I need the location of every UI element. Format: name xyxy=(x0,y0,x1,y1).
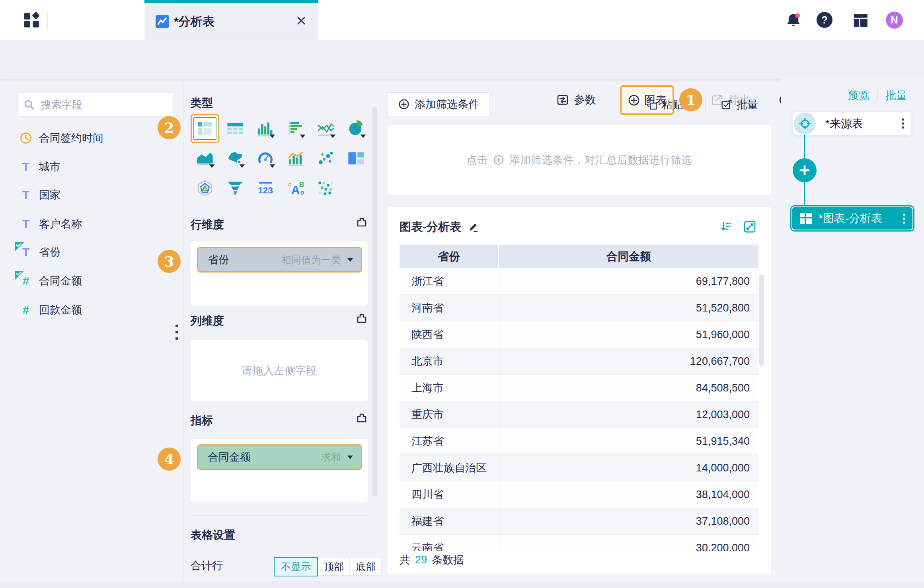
field-item-city[interactable]: T 城市 xyxy=(19,158,60,175)
total-row-option-bottom[interactable]: 底部 xyxy=(350,558,382,576)
edit-pencil-icon[interactable] xyxy=(468,222,479,233)
sort-descending-icon[interactable] xyxy=(720,220,733,235)
bottom-scroll-strip[interactable] xyxy=(0,582,924,588)
field-item-country[interactable]: T 国家 xyxy=(19,186,60,204)
layout-panel-icon[interactable] xyxy=(853,12,869,28)
field-label: 城市 xyxy=(39,160,60,174)
chart-type-word-cloud[interactable]: cABD xyxy=(281,173,311,203)
chart-type-kpi-number[interactable]: 123 xyxy=(250,173,281,203)
chart-type-pixel-map[interactable] xyxy=(311,173,341,203)
combo-chart-icon xyxy=(286,149,305,168)
metric-pill[interactable]: 合同金额 求和 xyxy=(198,446,361,469)
col-dimension-dropzone[interactable]: 请拖入左侧字段 xyxy=(191,340,368,401)
parameters-label: 参数 xyxy=(574,92,596,107)
help-icon[interactable]: ? xyxy=(817,12,832,28)
paste-button[interactable]: 粘贴 xyxy=(646,97,683,112)
chart-type-treemap[interactable] xyxy=(341,143,371,173)
row-dimension-title: 行维度 xyxy=(191,217,224,232)
node-menu-icon[interactable] xyxy=(902,119,904,129)
sidebar-divider xyxy=(183,79,183,582)
expand-fullscreen-icon[interactable] xyxy=(743,220,756,235)
chart-type-scatter[interactable] xyxy=(311,143,341,173)
tab-analysis-sheet[interactable]: *分析表 xyxy=(144,0,318,40)
svg-text:D: D xyxy=(300,190,304,196)
chart-type-bar[interactable] xyxy=(281,113,311,143)
chart-type-funnel[interactable] xyxy=(220,173,250,203)
column-header-province[interactable]: 省份 xyxy=(400,245,499,268)
panel-resize-handle[interactable] xyxy=(175,325,178,340)
row-dimension-pill[interactable]: 省份 相同值为一类 xyxy=(198,248,361,271)
user-avatar[interactable]: N xyxy=(886,12,903,29)
chart-type-map[interactable] xyxy=(220,143,250,173)
chevron-down-icon[interactable] xyxy=(347,258,353,262)
filter-placeholder-card[interactable]: 点击 添加筛选条件，对汇总后数据进行筛选 xyxy=(387,125,771,195)
table-row: 广西壮族自治区14,000,000 xyxy=(400,455,758,481)
metric-pin-icon[interactable] xyxy=(356,412,368,426)
column-chart-icon xyxy=(256,119,275,138)
source-table-node[interactable]: *来源表 xyxy=(793,112,911,135)
search-input[interactable] xyxy=(40,98,161,111)
map-icon xyxy=(226,149,245,168)
treemap-icon xyxy=(347,149,366,168)
field-label: 省份 xyxy=(39,245,60,259)
field-item-province[interactable]: T 省份 xyxy=(19,243,60,261)
column-header-amount[interactable]: 合同金额 xyxy=(499,245,758,268)
chart-type-column[interactable] xyxy=(250,113,281,143)
chart-type-area[interactable] xyxy=(190,143,220,173)
circle-plus-icon xyxy=(493,154,505,166)
source-node-label: *来源表 xyxy=(825,116,863,131)
field-label: 回款金额 xyxy=(39,303,82,317)
chart-type-radar[interactable] xyxy=(190,173,220,203)
row-dimension-pin-icon[interactable] xyxy=(356,216,368,230)
chart-type-table[interactable] xyxy=(220,113,250,143)
field-item-payment-amount[interactable]: # 回款金额 xyxy=(19,301,82,319)
add-filter-button[interactable]: 添加筛选条件 xyxy=(387,92,490,116)
total-row-option-top[interactable]: 顶部 xyxy=(318,558,350,576)
app-logo-icon[interactable] xyxy=(24,12,40,28)
chart-type-line[interactable] xyxy=(311,113,341,143)
type-section-title: 类型 xyxy=(191,95,213,111)
tab-batch[interactable]: 批量 xyxy=(885,88,907,103)
field-item-contract-date[interactable]: 合同签约时间 xyxy=(19,129,103,147)
step-3-number: 3 xyxy=(164,253,174,270)
chevron-down-icon[interactable] xyxy=(347,456,353,459)
field-search-box[interactable] xyxy=(18,93,174,117)
total-row-segmented-control: 不显示 顶部 底部 xyxy=(274,558,382,576)
cell-province: 浙江省 xyxy=(400,268,499,294)
pie-chart-icon xyxy=(347,119,366,138)
chart-type-pie[interactable] xyxy=(341,113,371,143)
batch-label: 批量 xyxy=(737,97,758,112)
metric-dropzone[interactable]: 合同金额 求和 xyxy=(191,439,368,502)
tab-close-icon[interactable] xyxy=(296,16,306,27)
pill-field-name: 合同金额 xyxy=(208,450,251,464)
total-row-option-hide[interactable]: 不显示 xyxy=(274,557,318,576)
chart-type-combo[interactable] xyxy=(281,143,311,173)
notification-bell-icon[interactable] xyxy=(785,11,802,29)
footer-row-count: 29 xyxy=(415,554,427,566)
cell-province: 北京市 xyxy=(400,348,499,374)
batch-button[interactable]: 批量 xyxy=(721,97,758,112)
search-icon xyxy=(23,99,35,110)
add-node-button[interactable] xyxy=(793,158,817,182)
filter-placeholder-suffix: 添加筛选条件，对汇总后数据进行筛选 xyxy=(509,153,692,167)
field-item-contract-amount[interactable]: # 合同金额 xyxy=(19,272,82,290)
table-scrollbar[interactable] xyxy=(759,275,764,366)
chart-type-gauge[interactable] xyxy=(250,143,281,173)
chart-table-card: 图表-分析表 省份 合同金额 浙江省69,177,800 河南省51,520,8… xyxy=(387,207,771,574)
footer-suffix: 条数据 xyxy=(432,553,464,567)
chart-node-selected[interactable]: *图表-分析表 xyxy=(790,205,914,232)
config-panel-scrollbar[interactable] xyxy=(372,107,377,496)
cell-province: 陕西省 xyxy=(400,321,499,348)
chart-type-pivot-table[interactable] xyxy=(190,113,220,143)
parameters-button[interactable]: 参数 xyxy=(556,92,596,107)
check-badge-icon xyxy=(15,242,24,251)
tab-preview[interactable]: 预览 xyxy=(848,88,869,103)
target-locate-icon xyxy=(794,113,816,134)
field-item-customer-name[interactable]: T 客户名称 xyxy=(19,215,82,233)
row-dimension-dropzone[interactable]: 省份 相同值为一类 xyxy=(191,241,368,306)
cell-amount: 120,667,700 xyxy=(499,348,758,374)
field-label: 国家 xyxy=(39,188,60,202)
filter-placeholder-prefix: 点击 xyxy=(466,153,488,167)
col-dimension-pin-icon[interactable] xyxy=(356,313,368,326)
node-menu-icon[interactable] xyxy=(903,214,905,224)
